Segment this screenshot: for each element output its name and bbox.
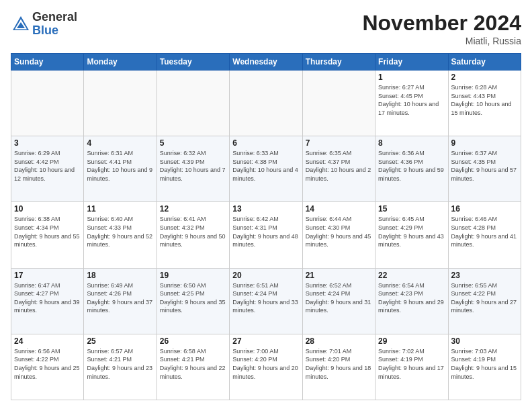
- calendar-day-cell: 10Sunrise: 6:38 AM Sunset: 4:34 PM Dayli…: [11, 202, 84, 268]
- day-info: Sunrise: 6:37 AM Sunset: 4:35 PM Dayligh…: [451, 149, 518, 183]
- day-info: Sunrise: 6:41 AM Sunset: 4:32 PM Dayligh…: [160, 215, 226, 248]
- day-info: Sunrise: 6:45 AM Sunset: 4:29 PM Dayligh…: [378, 215, 445, 248]
- calendar-week-row: 24Sunrise: 6:56 AM Sunset: 4:22 PM Dayli…: [11, 334, 521, 400]
- day-number: 14: [306, 204, 372, 214]
- calendar-week-row: 1Sunrise: 6:27 AM Sunset: 4:45 PM Daylig…: [11, 71, 521, 136]
- day-info: Sunrise: 7:02 AM Sunset: 4:19 PM Dayligh…: [378, 347, 445, 381]
- day-number: 5: [160, 138, 226, 148]
- day-info: Sunrise: 6:29 AM Sunset: 4:42 PM Dayligh…: [14, 149, 81, 183]
- calendar-day-cell: 14Sunrise: 6:44 AM Sunset: 4:30 PM Dayli…: [302, 202, 375, 268]
- day-number: 3: [14, 138, 81, 148]
- day-of-week-header: Wednesday: [230, 54, 302, 71]
- day-info: Sunrise: 7:01 AM Sunset: 4:20 PM Dayligh…: [306, 347, 372, 381]
- page: General Blue November 2024 Miatli, Russi…: [0, 0, 532, 411]
- day-info: Sunrise: 6:42 AM Sunset: 4:31 PM Dayligh…: [232, 215, 299, 248]
- calendar-day-cell: 17Sunrise: 6:47 AM Sunset: 4:27 PM Dayli…: [11, 268, 84, 334]
- day-of-week-header: Monday: [84, 54, 157, 71]
- calendar-day-cell: [157, 71, 229, 136]
- day-number: 21: [306, 271, 372, 280]
- day-info: Sunrise: 6:36 AM Sunset: 4:36 PM Dayligh…: [378, 149, 445, 183]
- day-of-week-header: Thursday: [302, 54, 375, 71]
- day-info: Sunrise: 6:49 AM Sunset: 4:26 PM Dayligh…: [87, 281, 153, 315]
- day-number: 2: [451, 73, 518, 82]
- calendar-day-cell: 6Sunrise: 6:33 AM Sunset: 4:38 PM Daylig…: [230, 136, 302, 202]
- day-info: Sunrise: 6:38 AM Sunset: 4:34 PM Dayligh…: [14, 215, 81, 248]
- calendar-day-cell: [302, 71, 375, 136]
- day-number: 8: [378, 138, 445, 148]
- day-info: Sunrise: 6:47 AM Sunset: 4:27 PM Dayligh…: [14, 281, 81, 315]
- day-info: Sunrise: 6:52 AM Sunset: 4:24 PM Dayligh…: [306, 281, 372, 315]
- calendar-day-cell: 13Sunrise: 6:42 AM Sunset: 4:31 PM Dayli…: [230, 202, 302, 268]
- day-info: Sunrise: 6:27 AM Sunset: 4:45 PM Dayligh…: [378, 83, 445, 117]
- day-number: 15: [378, 204, 445, 214]
- calendar-day-cell: 23Sunrise: 6:55 AM Sunset: 4:22 PM Dayli…: [448, 268, 521, 334]
- calendar-day-cell: 7Sunrise: 6:35 AM Sunset: 4:37 PM Daylig…: [302, 136, 375, 202]
- day-info: Sunrise: 6:55 AM Sunset: 4:22 PM Dayligh…: [451, 281, 518, 315]
- day-number: 18: [87, 271, 153, 280]
- day-info: Sunrise: 7:00 AM Sunset: 4:20 PM Dayligh…: [232, 347, 299, 381]
- calendar-day-cell: 19Sunrise: 6:50 AM Sunset: 4:25 PM Dayli…: [157, 268, 229, 334]
- day-number: 9: [451, 138, 518, 148]
- day-of-week-header: Friday: [375, 54, 448, 71]
- day-info: Sunrise: 6:50 AM Sunset: 4:25 PM Dayligh…: [160, 281, 226, 315]
- day-number: 7: [306, 138, 372, 148]
- calendar-day-cell: 25Sunrise: 6:57 AM Sunset: 4:21 PM Dayli…: [84, 334, 157, 400]
- day-info: Sunrise: 6:40 AM Sunset: 4:33 PM Dayligh…: [87, 215, 153, 248]
- calendar-week-row: 3Sunrise: 6:29 AM Sunset: 4:42 PM Daylig…: [11, 136, 521, 202]
- day-info: Sunrise: 6:33 AM Sunset: 4:38 PM Dayligh…: [232, 149, 299, 183]
- day-number: 24: [14, 336, 81, 346]
- day-of-week-header: Saturday: [448, 54, 521, 71]
- calendar-day-cell: 1Sunrise: 6:27 AM Sunset: 4:45 PM Daylig…: [375, 71, 448, 136]
- day-info: Sunrise: 6:51 AM Sunset: 4:24 PM Dayligh…: [232, 281, 299, 315]
- day-number: 27: [232, 336, 299, 346]
- logo-general-text: General: [32, 11, 77, 24]
- day-number: 29: [378, 336, 445, 346]
- day-number: 30: [451, 336, 518, 346]
- day-info: Sunrise: 6:44 AM Sunset: 4:30 PM Dayligh…: [306, 215, 372, 248]
- day-number: 20: [232, 271, 299, 280]
- calendar-day-cell: 12Sunrise: 6:41 AM Sunset: 4:32 PM Dayli…: [157, 202, 229, 268]
- day-of-week-header: Tuesday: [157, 54, 229, 71]
- calendar-day-cell: 15Sunrise: 6:45 AM Sunset: 4:29 PM Dayli…: [375, 202, 448, 268]
- calendar-day-cell: 8Sunrise: 6:36 AM Sunset: 4:36 PM Daylig…: [375, 136, 448, 202]
- day-info: Sunrise: 6:28 AM Sunset: 4:43 PM Dayligh…: [451, 83, 518, 117]
- day-info: Sunrise: 6:56 AM Sunset: 4:22 PM Dayligh…: [14, 347, 81, 381]
- calendar-day-cell: 27Sunrise: 7:00 AM Sunset: 4:20 PM Dayli…: [230, 334, 302, 400]
- day-number: 23: [451, 271, 518, 280]
- day-info: Sunrise: 6:32 AM Sunset: 4:39 PM Dayligh…: [160, 149, 226, 183]
- calendar-table: SundayMondayTuesdayWednesdayThursdayFrid…: [11, 53, 521, 400]
- logo: General Blue: [11, 11, 77, 38]
- day-number: 6: [232, 138, 299, 148]
- day-number: 11: [87, 204, 153, 214]
- calendar-day-cell: 2Sunrise: 6:28 AM Sunset: 4:43 PM Daylig…: [448, 71, 521, 136]
- day-info: Sunrise: 6:35 AM Sunset: 4:37 PM Dayligh…: [306, 149, 372, 183]
- day-number: 1: [378, 73, 445, 82]
- calendar-day-cell: 11Sunrise: 6:40 AM Sunset: 4:33 PM Dayli…: [84, 202, 157, 268]
- calendar-day-cell: [11, 71, 84, 136]
- day-number: 16: [451, 204, 518, 214]
- day-info: Sunrise: 6:54 AM Sunset: 4:23 PM Dayligh…: [378, 281, 445, 315]
- calendar-header-row: SundayMondayTuesdayWednesdayThursdayFrid…: [11, 54, 521, 71]
- day-number: 25: [87, 336, 153, 346]
- header: General Blue November 2024 Miatli, Russi…: [11, 11, 521, 46]
- location-subtitle: Miatli, Russia: [362, 36, 521, 46]
- day-number: 22: [378, 271, 445, 280]
- calendar-day-cell: 5Sunrise: 6:32 AM Sunset: 4:39 PM Daylig…: [157, 136, 229, 202]
- logo-blue-text: Blue: [32, 24, 77, 38]
- calendar-day-cell: 24Sunrise: 6:56 AM Sunset: 4:22 PM Dayli…: [11, 334, 84, 400]
- day-info: Sunrise: 6:58 AM Sunset: 4:21 PM Dayligh…: [160, 347, 226, 381]
- calendar-day-cell: 20Sunrise: 6:51 AM Sunset: 4:24 PM Dayli…: [230, 268, 302, 334]
- calendar-day-cell: [230, 71, 302, 136]
- calendar-week-row: 10Sunrise: 6:38 AM Sunset: 4:34 PM Dayli…: [11, 202, 521, 268]
- day-info: Sunrise: 7:03 AM Sunset: 4:19 PM Dayligh…: [451, 347, 518, 381]
- day-number: 12: [160, 204, 226, 214]
- logo-icon: [11, 14, 31, 34]
- day-number: 10: [14, 204, 81, 214]
- calendar-day-cell: 29Sunrise: 7:02 AM Sunset: 4:19 PM Dayli…: [375, 334, 448, 400]
- calendar-day-cell: 4Sunrise: 6:31 AM Sunset: 4:41 PM Daylig…: [84, 136, 157, 202]
- calendar-day-cell: 3Sunrise: 6:29 AM Sunset: 4:42 PM Daylig…: [11, 136, 84, 202]
- day-number: 26: [160, 336, 226, 346]
- title-block: November 2024 Miatli, Russia: [362, 11, 521, 46]
- calendar-day-cell: 22Sunrise: 6:54 AM Sunset: 4:23 PM Dayli…: [375, 268, 448, 334]
- calendar-day-cell: 9Sunrise: 6:37 AM Sunset: 4:35 PM Daylig…: [448, 136, 521, 202]
